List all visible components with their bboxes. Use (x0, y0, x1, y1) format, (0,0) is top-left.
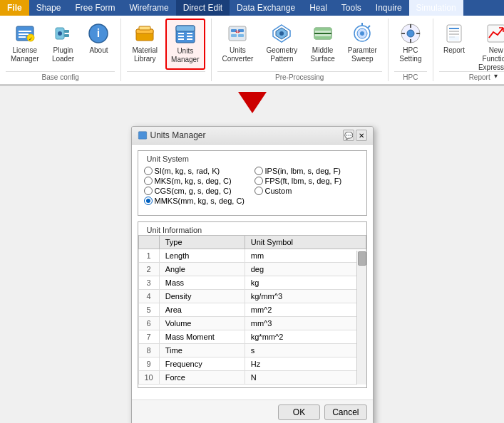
custom-label: Custom (265, 187, 292, 195)
scrollbar-thumb[interactable] (358, 251, 366, 266)
heal-menu[interactable]: Heal (302, 0, 334, 16)
row-num: 8 (138, 344, 159, 357)
radio-ips[interactable]: IPS(in, lbm, s, deg, F) (254, 167, 365, 175)
hpc-setting-icon (399, 22, 422, 45)
direct-edit-menu[interactable]: Direct Edit (176, 0, 230, 16)
geometry-pattern-icon (270, 22, 293, 45)
ok-button[interactable]: OK (278, 404, 320, 420)
radio-si[interactable]: SI(m, kg, s, rad, K) (144, 167, 254, 175)
radio-custom[interactable]: Custom (254, 187, 365, 195)
geometry-pattern-label: GeometryPattern (266, 46, 297, 63)
units-converter-label: UnitsConverter (222, 46, 254, 63)
hpc-group-label: HPC (394, 71, 427, 81)
material-units-group-label (127, 71, 205, 81)
table-scrollbar[interactable] (356, 251, 366, 385)
radio-mks[interactable]: MKS(m, kg, s, deg, C) (144, 177, 254, 185)
table-row: 10ForceN (138, 371, 366, 385)
unit-system-content: SI(m, kg, s, rad, K) IPS(in, lbm, s, deg… (138, 164, 366, 211)
row-num: 5 (138, 303, 159, 317)
radio-row-1: SI(m, kg, s, rad, K) IPS(in, lbm, s, deg… (144, 167, 361, 175)
table-header-row: Type Unit Symbol (138, 236, 366, 249)
license-manager-button[interactable]: ✓ LicenseManager (6, 19, 43, 70)
menu-bar: File Shape Free Form Wireframe Direct Ed… (0, 0, 504, 16)
svg-rect-52 (449, 36, 459, 41)
wireframe-menu[interactable]: Wireframe (122, 0, 175, 16)
radio-cgs[interactable]: CGS(cm, g, s, deg, C) (144, 187, 254, 195)
svg-text:i: i (97, 27, 100, 39)
unit-system-label: Unit System (138, 154, 366, 164)
freeform-menu[interactable]: Free Form (68, 0, 122, 16)
down-arrow (238, 92, 267, 113)
report-icon (443, 22, 466, 45)
table-row: 2Angledeg (138, 263, 366, 276)
unit-table-body: 1Lengthmm2Angledeg3Masskg4Densitykg/mm^3… (138, 249, 366, 385)
hpc-setting-button[interactable]: HPCSetting (394, 19, 427, 70)
svg-rect-56 (138, 132, 146, 140)
plugin-loader-button[interactable]: PluginLoader (46, 19, 79, 70)
svg-rect-16 (176, 26, 195, 31)
report-group-label: Report (439, 71, 504, 81)
dialog-body: Unit System SI(m, kg, s, rad, K) IPS(in,… (132, 145, 373, 400)
unit-system-section: Unit System SI(m, kg, s, rad, K) IPS(in,… (138, 150, 367, 216)
svg-point-38 (360, 31, 364, 36)
dialog-close-button[interactable]: ✕ (356, 130, 367, 141)
units-manager-dialog: Units Manager 💬 ✕ Unit System S (131, 126, 374, 423)
shape-menu[interactable]: Shape (29, 0, 68, 16)
geometry-pattern-button[interactable]: GeometryPattern (261, 19, 302, 70)
mks-label: MKS(m, kg, s, deg, C) (155, 177, 232, 185)
pre-processing-label: Pre-Processing (217, 71, 382, 81)
svg-rect-35 (314, 36, 331, 39)
table-row: 5Areamm^2 (138, 303, 366, 317)
material-library-button[interactable]: MaterialLibrary (127, 19, 163, 70)
svg-rect-50 (449, 33, 459, 35)
table-container: Type Unit Symbol 1Lengthmm2Angledeg3Mass… (138, 235, 366, 385)
plugin-loader-label: PluginLoader (52, 46, 74, 63)
row-num: 9 (138, 357, 159, 371)
svg-rect-34 (314, 28, 331, 31)
svg-line-40 (368, 26, 370, 28)
cancel-button[interactable]: Cancel (324, 404, 366, 420)
custom-radio-circle (254, 187, 263, 195)
unit-info-section-label: Unit Information (144, 226, 205, 234)
svg-rect-1 (19, 31, 31, 32)
inquire-menu[interactable]: Inquire (369, 0, 409, 16)
param-sweep-button[interactable]: ParamterSweep (343, 19, 382, 70)
about-icon: i (87, 22, 110, 45)
report-group: Report New FunctionExpression ▾ Report (433, 19, 504, 81)
row-type: Frequency (159, 357, 245, 371)
middle-surface-label: MiddleSurface (310, 46, 334, 63)
dialog-chat-button[interactable]: 💬 (343, 130, 354, 141)
si-label: SI(m, kg, s, rad, K) (155, 167, 220, 175)
mmks-label: MMKS(mm, kg, s, deg, C) (155, 197, 245, 205)
data-exchange-menu[interactable]: Data Exchange (230, 0, 302, 16)
svg-rect-2 (19, 33, 29, 35)
tools-menu[interactable]: Tools (334, 0, 369, 16)
col-symbol-header: Unit Symbol (245, 236, 366, 249)
table-row: 3Masskg (138, 276, 366, 290)
about-button[interactable]: i About (82, 19, 115, 70)
radio-mmks[interactable]: MMKS(mm, kg, s, deg, C) (144, 197, 254, 205)
pre-processing-items: ⇔ UnitsConverter GeometryPattern MiddleS… (217, 19, 382, 70)
material-library-label: MaterialLibrary (132, 46, 158, 63)
plugin-icon (51, 22, 74, 45)
material-units-group: MaterialLibrary UnitsManager (121, 19, 211, 81)
license-manager-label: LicenseManager (11, 46, 38, 63)
radio-fps[interactable]: FPS(ft, lbm, s, deg, F) (254, 177, 365, 185)
report-button[interactable]: Report (439, 19, 469, 70)
si-radio-circle (144, 167, 153, 175)
new-function-button[interactable]: New FunctionExpression ▾ (472, 19, 504, 70)
svg-rect-49 (449, 31, 459, 32)
file-menu[interactable]: File (0, 0, 29, 16)
units-converter-icon: ⇔ (226, 22, 249, 45)
simulation-menu[interactable]: Simulation (409, 0, 463, 16)
row-type: Force (159, 371, 245, 385)
units-manager-button[interactable]: UnitsManager (165, 19, 205, 70)
row-type: Area (159, 303, 245, 317)
dialog-controls: 💬 ✕ (343, 130, 367, 141)
svg-point-42 (407, 30, 414, 37)
middle-surface-button[interactable]: MiddleSurface (305, 19, 339, 70)
units-converter-button[interactable]: ⇔ UnitsConverter (217, 19, 259, 70)
row-symbol: kg (245, 276, 366, 290)
table-row: 6Volumemm^3 (138, 317, 366, 330)
fps-label: FPS(ft, lbm, s, deg, F) (265, 177, 342, 185)
